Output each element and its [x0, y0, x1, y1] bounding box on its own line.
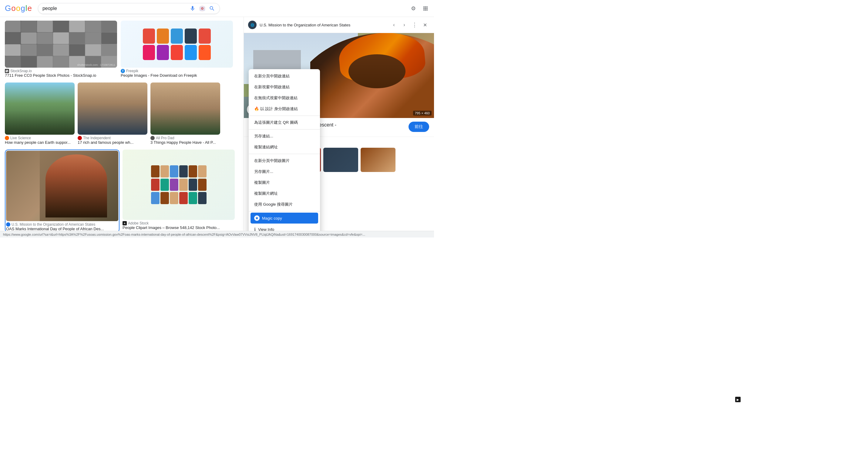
- preview-nav: ‹ › ⋮ ✕: [389, 20, 430, 30]
- independent-source-label: The Independent: [83, 136, 111, 140]
- magic-copy-icon: [254, 215, 259, 221]
- livescience-source-label: Live Science: [10, 136, 31, 140]
- preview-panel: 🌐 U.S. Mission to the Organization of Am…: [244, 17, 434, 231]
- image-source-adobe: A Adobe Stock: [123, 221, 235, 225]
- image-thumb-freepik: [121, 21, 233, 68]
- image-source-allprodad: All Pro Dad: [150, 136, 220, 140]
- menu-item-copy-image[interactable]: 複製圖片: [249, 177, 320, 188]
- oas-title: OAS Marks International Day of People of…: [6, 227, 118, 231]
- menu-item-copy-link-url[interactable]: 複製連結網址: [249, 141, 320, 153]
- menu-item-open-image-tab[interactable]: 在新分頁中開啟圖片: [249, 155, 320, 166]
- menu-item-view-info[interactable]: ℹ View Info: [249, 224, 320, 231]
- main: shutterstock.com · 1733872811 StockSnap.…: [0, 17, 434, 231]
- allprodad-source-label: All Pro Dad: [156, 136, 175, 140]
- adobe-title: People Clipart Images – Browse 548,142 S…: [123, 225, 235, 230]
- independent-title: 17 rich and famous people wh...: [78, 140, 147, 145]
- context-menu: 在新分頁中開啟連結 在新視窗中開啟連結 在無痕式視窗中開啟連結 🔥 以 設計 身…: [249, 69, 320, 231]
- menu-item-new-window-link[interactable]: 在新視窗中開啟連結: [249, 82, 320, 93]
- view-info-icon: ℹ: [254, 227, 256, 231]
- livescience-title: How many people can Earth suppor...: [5, 140, 74, 145]
- menu-item-copy-image-url[interactable]: 複製圖片網址: [249, 188, 320, 199]
- status-url: https://www.google.com/url?sa=i&url=http…: [3, 233, 365, 236]
- related-thumb-4[interactable]: [361, 148, 396, 172]
- image-row-3: U.S. Mission to the Organization of Amer…: [5, 150, 239, 231]
- status-bar: https://www.google.com/url?sa=i&url=http…: [0, 231, 434, 238]
- image-source-independent: The Independent: [78, 136, 147, 140]
- menu-item-new-tab-link[interactable]: 在新分頁中開啟連結: [249, 71, 320, 82]
- menu-item-incognito-link[interactable]: 在無痕式視窗中開啟連結: [249, 93, 320, 103]
- image-item-allprodad[interactable]: All Pro Dad 3 Things Happy People Have -…: [150, 83, 220, 145]
- header: Google ⚙: [0, 0, 434, 17]
- next-btn[interactable]: ›: [399, 20, 409, 30]
- mic-icon[interactable]: [189, 5, 196, 12]
- visit-site-btn[interactable]: 前往: [408, 122, 429, 132]
- image-item-stocksnap[interactable]: shutterstock.com · 1733872811 StockSnap.…: [5, 21, 117, 77]
- preview-favicon: 🌐: [248, 21, 256, 29]
- image-source-stocksnap: StockSnap.io: [5, 69, 117, 73]
- image-thumb-stocksnap: shutterstock.com · 1733872811: [5, 21, 117, 68]
- preview-header: 🌐 U.S. Mission to the Organization of Am…: [244, 17, 434, 33]
- close-preview-btn[interactable]: ✕: [420, 20, 430, 30]
- image-row-1: shutterstock.com · 1733872811 StockSnap.…: [5, 21, 239, 77]
- camera-icon[interactable]: [199, 5, 206, 12]
- allprodad-title: 3 Things Happy People Have - All P...: [150, 140, 220, 145]
- search-bar[interactable]: [38, 3, 220, 14]
- menu-item-magic-copy[interactable]: Magic copy: [250, 213, 318, 224]
- image-source-freepik: f Freepik: [121, 69, 233, 73]
- header-right: ⚙: [410, 5, 429, 12]
- stocksnap-watermark: shutterstock.com · 1733872811: [77, 63, 115, 66]
- image-source-livescience: Live Science: [5, 136, 74, 140]
- image-row-2: Live Science How many people can Earth s…: [5, 83, 239, 145]
- stocksnap-title: 7711 Free CC0 People Stock Photos - Stoc…: [5, 73, 117, 77]
- magic-copy-label: Magic copy: [262, 216, 282, 221]
- image-item-adobe[interactable]: ▶ A Adobe Stock People Clipart Images – …: [123, 150, 235, 231]
- images-panel: shutterstock.com · 1733872811 StockSnap.…: [0, 17, 244, 231]
- search-icon[interactable]: [209, 5, 215, 12]
- image-source-oas: U.S. Mission to the Organization of Amer…: [6, 222, 118, 227]
- image-item-livescience[interactable]: Live Science How many people can Earth s…: [5, 83, 74, 145]
- google-logo[interactable]: Google: [5, 4, 32, 13]
- image-item-oas[interactable]: U.S. Mission to the Organization of Amer…: [5, 150, 120, 231]
- image-item-independent[interactable]: The Independent 17 rich and famous peopl…: [78, 83, 147, 145]
- menu-item-save-image[interactable]: 另存圖片...: [249, 166, 320, 177]
- stocksnap-source-label: StockSnap.io: [10, 69, 32, 73]
- menu-item-qr-code[interactable]: 為這張圖片建立 QR 圖碼: [249, 117, 320, 128]
- gear-icon[interactable]: ⚙: [410, 5, 417, 12]
- view-info-label: View Info: [258, 227, 274, 231]
- freepik-source-label: Freepik: [126, 69, 138, 73]
- more-options-btn[interactable]: ⋮: [410, 20, 420, 30]
- oas-source-label: U.S. Mission to the Organization of Amer…: [11, 222, 95, 227]
- menu-item-search-google[interactable]: 使用 Google 搜尋圖片: [249, 199, 320, 210]
- menu-item-save-link[interactable]: 另存連結...: [249, 131, 320, 141]
- menu-item-identity-link[interactable]: 🔥 以 設計 身分開啟連結: [249, 103, 320, 114]
- search-input[interactable]: [42, 6, 186, 11]
- related-thumb-3[interactable]: [323, 148, 358, 172]
- image-item-freepik[interactable]: f Freepik People Images - Free Download …: [121, 21, 233, 77]
- adobe-source-label: Adobe Stock: [128, 221, 149, 225]
- grid-icon[interactable]: [422, 5, 429, 12]
- freepik-title: People Images - Free Download on Freepik: [121, 73, 233, 77]
- preview-site-name: U.S. Mission to the Organization of Amer…: [259, 23, 386, 27]
- image-dimensions-label: 795 × 460: [413, 111, 432, 116]
- prev-btn[interactable]: ‹: [389, 20, 399, 30]
